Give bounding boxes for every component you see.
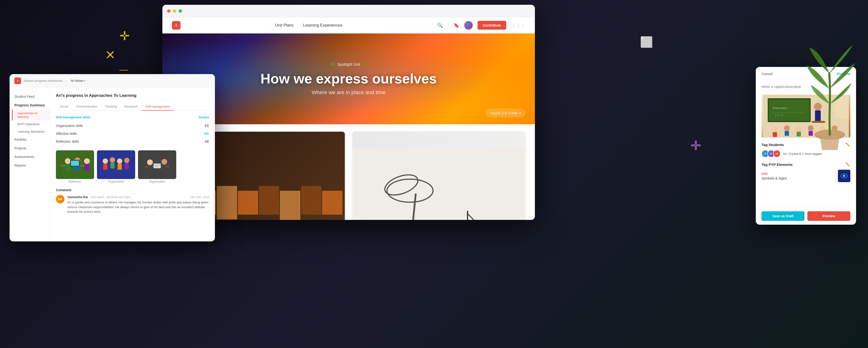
- tag-pyp-section: Tag PYP Elements ✏️ Unit Symbols & Signs: [762, 162, 850, 182]
- sidebar-item-reports[interactable]: Reports: [9, 161, 50, 170]
- svg-rect-21: [118, 164, 122, 170]
- tab-research[interactable]: Research: [121, 103, 142, 111]
- svg-point-16: [103, 158, 108, 164]
- dashboard-logo: t: [14, 78, 21, 84]
- traffic-light-yellow[interactable]: [173, 9, 176, 13]
- pyp-unit-name: Symbols & Signs: [762, 176, 787, 180]
- tag-pyp-edit-icon[interactable]: ✏️: [845, 162, 850, 167]
- comment-author-avatar: SR: [56, 195, 64, 203]
- content-card-1[interactable]: MA Multiple authors Dubai International …: [352, 132, 525, 220]
- svg-rect-17: [103, 164, 107, 170]
- svg-rect-47: [785, 131, 789, 136]
- sidebar-submenu: Approaches to learning MYP Objectives Le…: [9, 110, 50, 135]
- skill-row-0: Organization skills EE: [56, 122, 209, 130]
- deco-box-yellow-icon: ⬜: [640, 36, 653, 48]
- skill-row-2: Reflection skills AE: [56, 138, 209, 146]
- hero-section: 🌿 Spotlight Unit 🌿 How we express oursel…: [162, 33, 535, 124]
- skill-grade-2: AE: [205, 140, 209, 143]
- anno-cancel-button[interactable]: Cancel: [762, 72, 773, 76]
- deco-x-yellow-icon: ✕: [105, 48, 116, 62]
- main-browser-window: t Unit Plans Learning Experiences 🔍 | 🔖 …: [162, 5, 535, 220]
- laurel-left-icon: 🌿: [331, 62, 335, 67]
- sidebar-sub-approaches[interactable]: Approaches to learning: [12, 110, 50, 120]
- svg-point-22: [124, 158, 129, 163]
- spotlight-badge: 🌿 Spotlight Unit 🌿: [331, 62, 367, 67]
- laurel-right-icon: 🌿: [362, 62, 367, 67]
- dashboard-sidebar: Student Feed Progress Summary Approaches…: [9, 87, 50, 241]
- gallery-image-1[interactable]: [97, 150, 135, 179]
- sidebar-item-student-feed[interactable]: Student Feed: [9, 92, 50, 101]
- nav-links: Unit Plans Learning Experiences: [190, 23, 428, 28]
- gallery-image-2[interactable]: [138, 150, 176, 179]
- sidebar-item-portfolio[interactable]: Portfolio: [9, 135, 50, 144]
- comment-author-name: Samantha Rai: [67, 195, 88, 199]
- tab-thinking[interactable]: Thinking: [101, 103, 121, 111]
- svg-point-46: [784, 125, 790, 131]
- sidebar-sub-myp[interactable]: MYP Objectives: [12, 120, 50, 128]
- dashboard-section-title: Ari's progress in Approaches To Learning: [56, 93, 209, 98]
- sidebar-item-progress-summary[interactable]: Progress Summary: [9, 101, 50, 110]
- svg-rect-29: [162, 165, 166, 170]
- preview-button[interactable]: Preview: [807, 211, 850, 221]
- svg-point-60: [844, 175, 845, 176]
- skills-col-label: Self-management skills: [56, 115, 91, 119]
- grid-icon[interactable]: ⋮⋮⋮: [511, 23, 525, 28]
- bookmark-icon[interactable]: 🔖: [454, 23, 459, 28]
- svg-rect-15: [97, 150, 135, 179]
- contribute-button[interactable]: Contribute: [477, 21, 506, 30]
- svg-rect-19: [110, 163, 115, 169]
- user-avatar[interactable]: [464, 21, 473, 30]
- svg-point-44: [772, 126, 778, 132]
- sidebar-sub-learning-standards[interactable]: Learning Standards: [12, 128, 50, 135]
- tagged-avatar-count: +2: [773, 150, 781, 157]
- svg-rect-30: [154, 164, 161, 168]
- skill-name-2: Reflection skills: [56, 140, 79, 143]
- gallery-caption-1: Organization: [97, 180, 135, 183]
- comment-text: Ari is gentle and courteous to others. H…: [67, 200, 209, 214]
- hero-subtitle: Where we are in place and time: [312, 89, 385, 96]
- tagged-avatars: A C +2: [762, 150, 781, 157]
- nav-link-unit-plans[interactable]: Unit Plans: [275, 23, 293, 28]
- skills-table-header: Self-management skills Grades: [56, 115, 209, 119]
- svg-rect-23: [125, 163, 129, 169]
- pyp-unit-thumbnail: [838, 170, 850, 182]
- search-icon[interactable]: 🔍: [437, 23, 443, 28]
- traffic-light-red[interactable]: [167, 9, 170, 13]
- svg-rect-0: [352, 147, 525, 220]
- dashboard-main-content: Ari's progress in Approaches To Learning…: [50, 87, 215, 241]
- hero-title: How we express ourselves: [260, 70, 437, 87]
- comment-label: Comment: [56, 188, 209, 192]
- tab-social[interactable]: Social: [56, 103, 72, 111]
- traffic-light-green[interactable]: [179, 9, 182, 13]
- deco-plus-purple-icon: ✛: [690, 139, 701, 153]
- comment-report: Unit report · Symbols and Signs: [91, 196, 131, 199]
- breadcrumb-current: Ari Nolan ▾: [70, 79, 86, 83]
- decorative-plant: [794, 19, 866, 153]
- pyp-unit-row: Unit Symbols & Signs: [762, 170, 850, 182]
- svg-point-18: [110, 157, 115, 163]
- svg-point-26: [147, 160, 153, 165]
- tag-pyp-title: Tag PYP Elements: [762, 163, 793, 167]
- skill-grade-0: EE: [205, 124, 209, 127]
- skill-name-1: Affective skills: [56, 132, 77, 136]
- hero-grade-badge: Grade 3 & Grade 4: [486, 109, 525, 117]
- deco-plus-yellow-icon: ✛: [119, 29, 130, 43]
- nav-link-learning-experiences[interactable]: Learning Experiences: [303, 23, 342, 28]
- svg-point-7: [65, 158, 71, 164]
- skills-tabs: Social Communication Thinking Research S…: [56, 103, 209, 111]
- gallery-item-0: Reflection: [56, 150, 94, 183]
- gallery-image-0[interactable]: [56, 150, 94, 179]
- tab-communication[interactable]: Communication: [72, 103, 101, 111]
- sidebar-item-assessments[interactable]: Assessments: [9, 152, 50, 161]
- tag-pyp-header: Tag PYP Elements ✏️: [762, 162, 850, 167]
- dashboard-header: t Student progress dashboard › Ari Nolan…: [9, 74, 215, 87]
- svg-rect-45: [773, 132, 777, 137]
- dashboard-body: Student Feed Progress Summary Approaches…: [9, 87, 215, 241]
- comment-body: Samantha Rai Unit report · Symbols and S…: [67, 195, 209, 214]
- sidebar-item-projects[interactable]: Projects: [9, 144, 50, 152]
- gallery-item-1: Organization: [97, 150, 135, 183]
- pyp-unit-type: Unit: [762, 172, 787, 175]
- save-as-draft-button[interactable]: Save as Draft: [762, 211, 804, 221]
- svg-rect-12: [85, 164, 89, 171]
- tab-self-management[interactable]: Self-management: [142, 103, 174, 111]
